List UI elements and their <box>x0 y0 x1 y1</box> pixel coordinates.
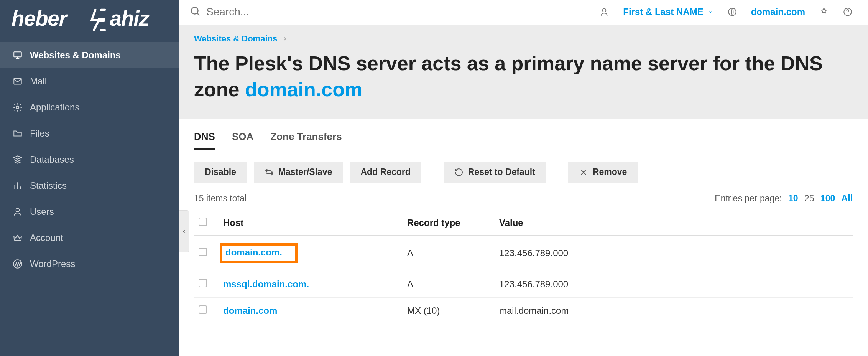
pager-100[interactable]: 100 <box>820 193 835 203</box>
action-bar: Disable Master/Slave Add Record Reset to… <box>179 150 868 190</box>
sidebar-item-websites-domains[interactable]: Websites & Domains <box>0 42 179 68</box>
host-link[interactable]: mssql.domain.com. <box>223 279 309 289</box>
tab-soa[interactable]: SOA <box>232 131 253 150</box>
breadcrumb: Websites & Domains <box>194 34 853 44</box>
reset-icon <box>454 168 464 177</box>
search-input[interactable] <box>206 6 590 18</box>
pager-all[interactable]: All <box>842 193 853 203</box>
tab-dns[interactable]: DNS <box>194 131 215 150</box>
tabs: DNS SOA Zone Transfers <box>179 119 868 150</box>
wordpress-icon <box>12 259 23 269</box>
globe-icon <box>727 7 737 17</box>
help-icon[interactable] <box>843 7 853 17</box>
main-content: First & Last NAME domain.com Websites & … <box>179 0 868 356</box>
bar-chart-icon <box>12 180 23 191</box>
table-row: domain.com MX (10) mail.domain.com <box>194 298 853 324</box>
sidebar-item-wordpress[interactable]: WordPress <box>0 251 179 277</box>
brand-logo: heber ahiz <box>0 0 179 42</box>
svg-text:ahiz: ahiz <box>110 7 150 30</box>
items-total: 15 items total <box>194 193 247 204</box>
sidebar-item-users[interactable]: Users <box>0 199 179 225</box>
pager: Entries per page: 10 25 100 All <box>711 193 853 204</box>
table-row: mssql.domain.com. A 123.456.789.000 <box>194 271 853 298</box>
user-icon <box>12 206 23 217</box>
col-header-host[interactable]: Host <box>219 211 403 236</box>
host-link[interactable]: domain.com <box>223 305 277 316</box>
chevron-down-icon <box>707 9 713 15</box>
pager-25[interactable]: 25 <box>804 193 814 203</box>
row-checkbox[interactable] <box>199 305 207 314</box>
record-value: mail.domain.com <box>495 298 853 324</box>
add-record-button[interactable]: Add Record <box>350 162 421 183</box>
meta-row: 15 items total Entries per page: 10 25 1… <box>179 190 868 211</box>
master-slave-button[interactable]: Master/Slave <box>254 162 343 183</box>
dns-records-table: Host Record type Value domain.com. A 123… <box>194 211 853 324</box>
sidebar-collapse-handle[interactable] <box>179 210 189 252</box>
remove-button[interactable]: Remove <box>568 162 638 183</box>
close-icon <box>579 168 588 177</box>
record-value: 123.456.789.000 <box>495 271 853 298</box>
chevron-right-icon <box>282 36 288 42</box>
extensions-icon[interactable] <box>819 7 829 17</box>
pager-10[interactable]: 10 <box>788 193 798 203</box>
reset-default-button[interactable]: Reset to Default <box>444 162 546 183</box>
sidebar-item-label: Statistics <box>30 180 67 191</box>
sidebar-item-label: WordPress <box>30 259 75 269</box>
row-checkbox[interactable] <box>199 248 207 256</box>
svg-point-9 <box>603 8 606 12</box>
svg-text:heber: heber <box>12 7 68 30</box>
search-icon <box>189 5 201 18</box>
sidebar-item-applications[interactable]: Applications <box>0 94 179 120</box>
sidebar-item-label: Users <box>30 206 54 217</box>
layers-icon <box>12 154 23 165</box>
topbar-right: First & Last NAME domain.com <box>599 7 853 17</box>
table-row: domain.com. A 123.456.789.000 <box>194 236 853 271</box>
envelope-icon <box>12 76 23 87</box>
svg-point-8 <box>191 7 198 14</box>
sidebar-item-label: Databases <box>30 154 74 165</box>
gear-icon <box>12 102 23 113</box>
topbar: First & Last NAME domain.com <box>179 0 868 25</box>
page-title: The Plesk's DNS server acts as a primary… <box>194 51 853 102</box>
record-value: 123.456.789.000 <box>495 236 853 271</box>
sidebar-item-label: Mail <box>30 76 47 87</box>
disable-button[interactable]: Disable <box>194 162 247 183</box>
sidebar-item-label: Websites & Domains <box>30 50 121 61</box>
col-header-value[interactable]: Value <box>495 211 853 236</box>
select-all-checkbox[interactable] <box>199 218 207 226</box>
sidebar: heber ahiz Websites & Domains Mail Appli… <box>0 0 179 356</box>
svg-rect-1 <box>97 18 105 22</box>
sidebar-item-files[interactable]: Files <box>0 120 179 147</box>
monitor-icon <box>12 50 23 61</box>
svg-point-5 <box>16 106 19 109</box>
header-block: Websites & Domains The Plesk's DNS serve… <box>179 25 868 119</box>
col-header-type[interactable]: Record type <box>403 211 495 236</box>
sidebar-item-databases[interactable]: Databases <box>0 147 179 173</box>
search-wrap <box>189 5 590 18</box>
sidebar-item-label: Applications <box>30 102 79 113</box>
sidebar-item-account[interactable]: Account <box>0 225 179 251</box>
svg-point-6 <box>16 208 20 212</box>
page-title-domain: domain.com <box>245 78 362 101</box>
folder-icon <box>12 128 23 139</box>
crown-icon <box>12 232 23 243</box>
record-type: MX (10) <box>403 298 495 324</box>
user-icon <box>599 7 609 17</box>
swap-icon <box>265 168 274 177</box>
record-type: A <box>403 271 495 298</box>
domain-link[interactable]: domain.com <box>751 7 805 17</box>
host-link[interactable]: domain.com. <box>220 243 298 263</box>
user-name: First & Last NAME <box>623 7 703 17</box>
sidebar-item-mail[interactable]: Mail <box>0 68 179 94</box>
breadcrumb-root[interactable]: Websites & Domains <box>194 34 277 44</box>
tab-zone-transfers[interactable]: Zone Transfers <box>270 131 342 150</box>
entries-label: Entries per page: <box>715 193 782 203</box>
svg-rect-3 <box>14 52 21 57</box>
sidebar-item-label: Files <box>30 128 49 139</box>
sidebar-item-statistics[interactable]: Statistics <box>0 173 179 199</box>
sidebar-item-label: Account <box>30 232 63 243</box>
record-type: A <box>403 236 495 271</box>
row-checkbox[interactable] <box>199 279 207 287</box>
user-menu[interactable]: First & Last NAME <box>623 7 713 17</box>
